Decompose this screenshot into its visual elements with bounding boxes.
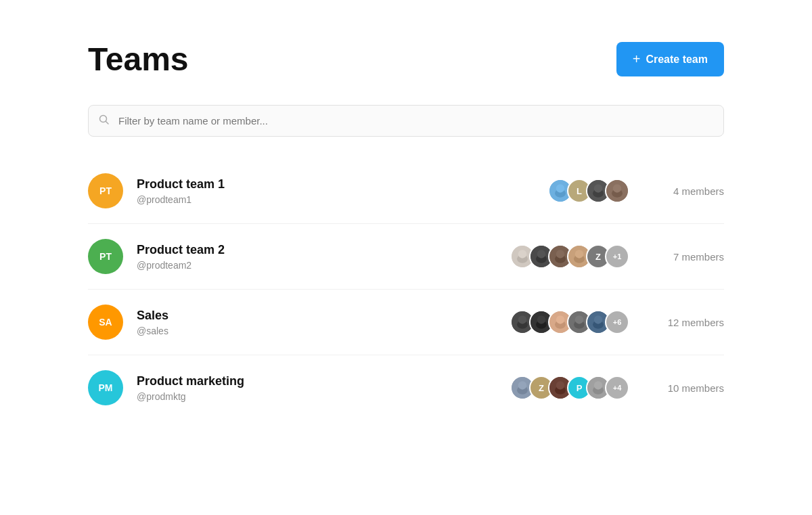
- team-info: Product team 1@prodteam1: [137, 177, 548, 205]
- team-avatar: SA: [88, 305, 123, 340]
- team-info: Sales@sales: [137, 309, 510, 336]
- team-row[interactable]: SASales@sales +612 members: [88, 290, 724, 355]
- search-icon: [99, 114, 110, 128]
- svg-point-31: [556, 315, 564, 323]
- team-name: Sales: [137, 309, 510, 323]
- create-team-button[interactable]: + Create team: [616, 42, 724, 76]
- svg-point-43: [556, 381, 564, 389]
- svg-point-40: [518, 381, 526, 389]
- member-avatar: [605, 179, 629, 203]
- member-count: 4 members: [656, 185, 724, 197]
- page-header: Teams + Create team: [88, 41, 724, 78]
- member-avatars: Z P +4: [510, 376, 629, 400]
- svg-point-10: [613, 184, 621, 192]
- create-team-label: Create team: [646, 53, 708, 66]
- team-handle: @prodteam2: [137, 260, 510, 271]
- member-avatars: Z+1: [510, 244, 629, 269]
- svg-point-34: [575, 315, 583, 323]
- extra-members-badge: +6: [605, 310, 629, 334]
- svg-point-13: [518, 250, 526, 258]
- member-avatars: L: [548, 179, 629, 203]
- team-info: Product marketing@prodmktg: [137, 374, 510, 402]
- team-name: Product marketing: [137, 374, 510, 388]
- extra-members-badge: +1: [605, 244, 629, 269]
- search-container: [88, 105, 724, 137]
- team-name: Product team 2: [137, 243, 510, 257]
- plus-icon: +: [633, 51, 641, 67]
- team-row[interactable]: PTProduct team 1@prodteam1 L 4 members: [88, 158, 724, 224]
- svg-point-4: [556, 184, 564, 192]
- team-handle: @sales: [137, 326, 510, 336]
- svg-point-16: [537, 250, 545, 258]
- svg-point-37: [594, 315, 602, 323]
- team-info: Product team 2@prodteam2: [137, 243, 510, 271]
- team-avatar: PT: [88, 239, 123, 274]
- svg-line-1: [106, 121, 109, 124]
- svg-point-7: [594, 184, 602, 192]
- member-count: 7 members: [656, 251, 724, 263]
- member-avatars: +6: [510, 310, 629, 334]
- svg-point-46: [594, 381, 602, 389]
- page-title: Teams: [88, 41, 189, 78]
- team-name: Product team 1: [137, 177, 548, 192]
- svg-point-25: [518, 315, 526, 323]
- svg-point-19: [556, 250, 564, 258]
- page-container: Teams + Create team PTProduct team 1@pro…: [34, 0, 778, 461]
- svg-point-22: [575, 250, 583, 258]
- member-count: 12 members: [656, 317, 724, 328]
- team-handle: @prodteam1: [137, 194, 548, 205]
- team-row[interactable]: PMProduct marketing@prodmktg Z P +410 me…: [88, 355, 724, 420]
- member-count: 10 members: [656, 382, 724, 394]
- teams-list: PTProduct team 1@prodteam1 L 4 membersPT…: [88, 158, 724, 420]
- svg-point-28: [537, 315, 545, 323]
- team-avatar: PM: [88, 370, 123, 405]
- team-row[interactable]: PTProduct team 2@prodteam2 Z+17 members: [88, 224, 724, 290]
- extra-members-badge: +4: [605, 376, 629, 400]
- team-handle: @prodmktg: [137, 391, 510, 402]
- search-input[interactable]: [88, 105, 724, 137]
- team-avatar: PT: [88, 173, 123, 208]
